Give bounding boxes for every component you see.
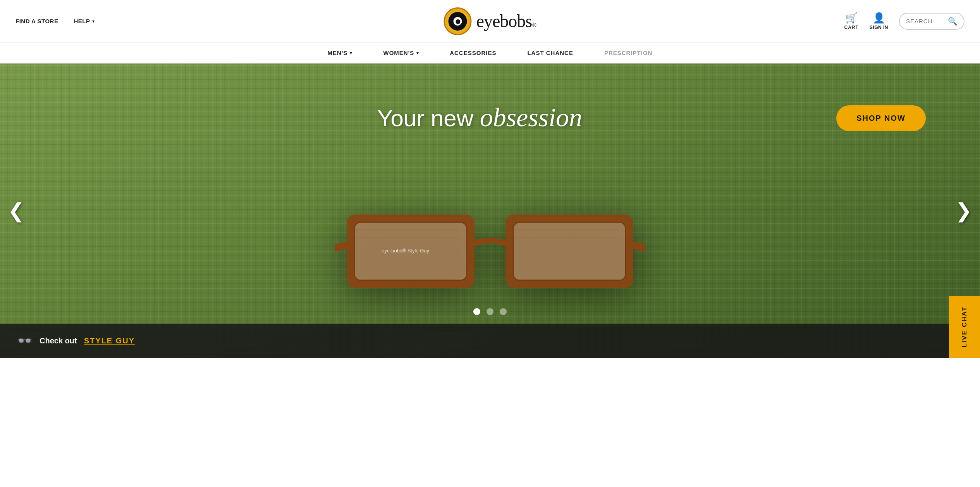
cart-button[interactable]: 🛒 CART xyxy=(844,12,859,30)
carousel-prev-button[interactable]: ❮ xyxy=(8,201,25,221)
hero-title-italic: obsession xyxy=(480,103,582,132)
carousel-dot-2[interactable] xyxy=(487,308,493,315)
logo-eye-inner xyxy=(453,17,462,26)
check-out-text: Check out xyxy=(40,336,77,345)
nav-item-last-chance[interactable]: LAST CHANCE xyxy=(527,50,573,56)
glasses-illustration: eye-bobs® Style Guy xyxy=(335,183,645,323)
nav-womens-label: WOMEN'S xyxy=(383,50,414,56)
glasses-small-icon: 👓 xyxy=(17,334,33,347)
carousel-dot-1[interactable] xyxy=(473,308,480,315)
main-nav: MEN'S ▾ WOMEN'S ▾ ACCESSORIES LAST CHANC… xyxy=(0,43,980,63)
hero-bottom-bar: 👓 Check out STYLE GUY xyxy=(0,324,949,358)
hero-title-plain: Your new xyxy=(377,105,480,131)
carousel-dot-3[interactable] xyxy=(500,308,507,315)
find-store-link[interactable]: FIND A STORE xyxy=(15,18,58,24)
search-box[interactable]: 🔍 xyxy=(899,13,965,30)
search-input[interactable] xyxy=(906,18,945,24)
live-chat-label: Live Chat xyxy=(961,306,968,347)
logo-wordmark: eyebobs ® xyxy=(476,11,536,31)
nav-womens-chevron-icon: ▾ xyxy=(416,50,419,56)
top-nav: FIND A STORE HELP ▾ eyebobs ® 🛒 CART � xyxy=(0,0,980,43)
logo-eye-outer xyxy=(448,12,467,31)
logo[interactable]: eyebobs ® xyxy=(444,7,536,35)
signin-label: SIGN IN xyxy=(870,25,888,30)
hero-banner: Your new obsession SHOP NOW eye-bobs® St… xyxy=(0,63,980,358)
logo-pupil xyxy=(456,19,460,24)
carousel-dots xyxy=(473,308,507,315)
search-button[interactable]: 🔍 xyxy=(948,17,958,26)
logo-registered: ® xyxy=(532,22,536,28)
shop-now-button[interactable]: SHOP NOW xyxy=(836,105,926,131)
nav-item-accessories[interactable]: ACCESSORIES xyxy=(450,50,496,56)
svg-text:eye-bobs® Style Guy: eye-bobs® Style Guy xyxy=(382,248,430,254)
top-nav-right: 🛒 CART 👤 SIGN IN 🔍 xyxy=(844,12,965,30)
nav-mens-label: MEN'S xyxy=(328,50,348,56)
style-guy-link[interactable]: STYLE GUY xyxy=(84,336,135,345)
top-nav-left: FIND A STORE HELP ▾ xyxy=(15,18,95,24)
nav-item-prescription[interactable]: PRESCRIPTION xyxy=(604,50,653,56)
hero-headline: Your new obsession xyxy=(377,102,582,133)
signin-icon: 👤 xyxy=(873,12,885,24)
cart-icon: 🛒 xyxy=(845,12,858,24)
nav-item-mens[interactable]: MEN'S ▾ xyxy=(328,50,352,56)
nav-item-womens[interactable]: WOMEN'S ▾ xyxy=(383,50,419,56)
svg-rect-3 xyxy=(513,222,626,280)
nav-mens-chevron-icon: ▾ xyxy=(350,50,352,56)
help-label: HELP xyxy=(74,18,90,24)
glasses-svg: eye-bobs® Style Guy xyxy=(335,183,645,323)
cart-label: CART xyxy=(844,25,859,30)
carousel-next-button[interactable]: ❯ xyxy=(955,201,972,221)
logo-text: eyebobs xyxy=(476,11,532,31)
help-chevron-icon: ▾ xyxy=(92,19,95,24)
signin-button[interactable]: 👤 SIGN IN xyxy=(870,12,888,30)
live-chat-tab[interactable]: Live Chat xyxy=(949,296,980,358)
help-menu[interactable]: HELP ▾ xyxy=(74,18,95,24)
logo-circle xyxy=(444,7,471,35)
hero-text-container: Your new obsession xyxy=(377,102,582,133)
